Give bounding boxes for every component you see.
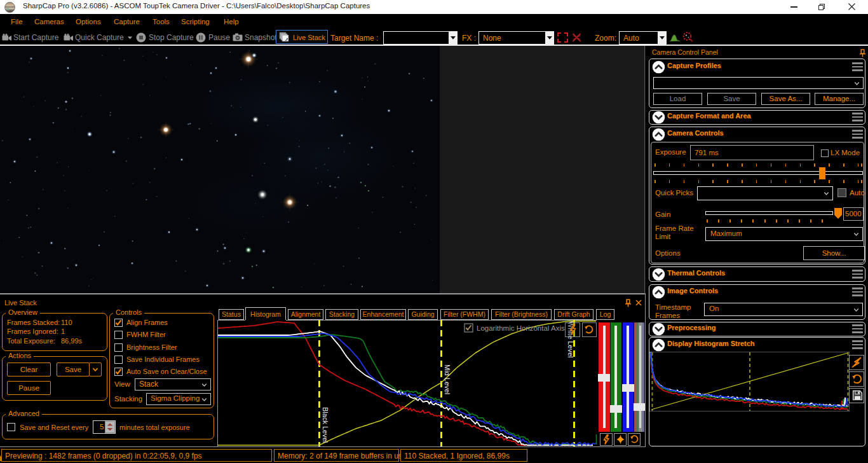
svg-text:Mid Level: Mid Level bbox=[444, 364, 451, 394]
svg-text:Black Level: Black Level bbox=[322, 407, 329, 443]
svg-text:Logarithmic Horizontal Axis: Logarithmic Horizontal Axis bbox=[477, 324, 565, 332]
